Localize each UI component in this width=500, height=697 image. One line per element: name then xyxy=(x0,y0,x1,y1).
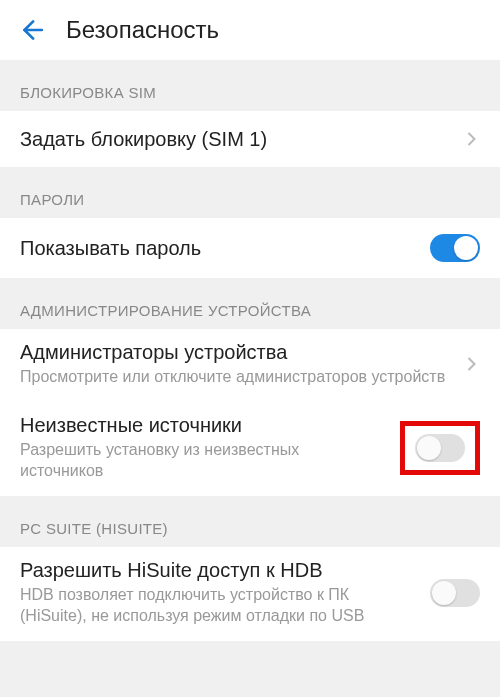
device-admins-row[interactable]: Администраторы устройства Просмотрите ил… xyxy=(0,329,500,402)
back-arrow-icon[interactable] xyxy=(18,17,44,43)
chevron-right-icon xyxy=(465,352,480,376)
set-sim-lock-row[interactable]: Задать блокировку (SIM 1) xyxy=(0,111,500,167)
section-header-passwords: ПАРОЛИ xyxy=(0,167,500,218)
hdb-title: Разрешить HiSuite доступ к HDB xyxy=(20,559,416,582)
section-header-pcsuite: PC SUITE (HISUITE) xyxy=(0,496,500,547)
unknown-sources-title: Неизвестные источники xyxy=(20,414,386,437)
section-header-sim: БЛОКИРОВКА SIM xyxy=(0,60,500,111)
device-admins-sub: Просмотрите или отключите администраторо… xyxy=(20,366,451,388)
device-admins-title: Администраторы устройства xyxy=(20,341,451,364)
app-header: Безопасность xyxy=(0,0,500,60)
show-password-label: Показывать пароль xyxy=(20,237,416,260)
highlight-annotation xyxy=(400,421,480,475)
set-sim-lock-label: Задать блокировку (SIM 1) xyxy=(20,128,451,151)
page-title: Безопасность xyxy=(66,16,219,44)
unknown-sources-row[interactable]: Неизвестные источники Разрешить установк… xyxy=(0,402,500,496)
hdb-toggle[interactable] xyxy=(430,579,480,607)
unknown-sources-sub: Разрешить установку из неизвестных источ… xyxy=(20,439,386,482)
unknown-sources-toggle[interactable] xyxy=(415,434,465,462)
chevron-right-icon xyxy=(465,127,480,151)
section-header-admin: АДМИНИСТРИРОВАНИЕ УСТРОЙСТВА xyxy=(0,278,500,329)
show-password-toggle[interactable] xyxy=(430,234,480,262)
hdb-row[interactable]: Разрешить HiSuite доступ к HDB HDB позво… xyxy=(0,547,500,641)
hdb-sub: HDB позволяет подключить устройство к ПК… xyxy=(20,584,416,627)
show-password-row[interactable]: Показывать пароль xyxy=(0,218,500,278)
